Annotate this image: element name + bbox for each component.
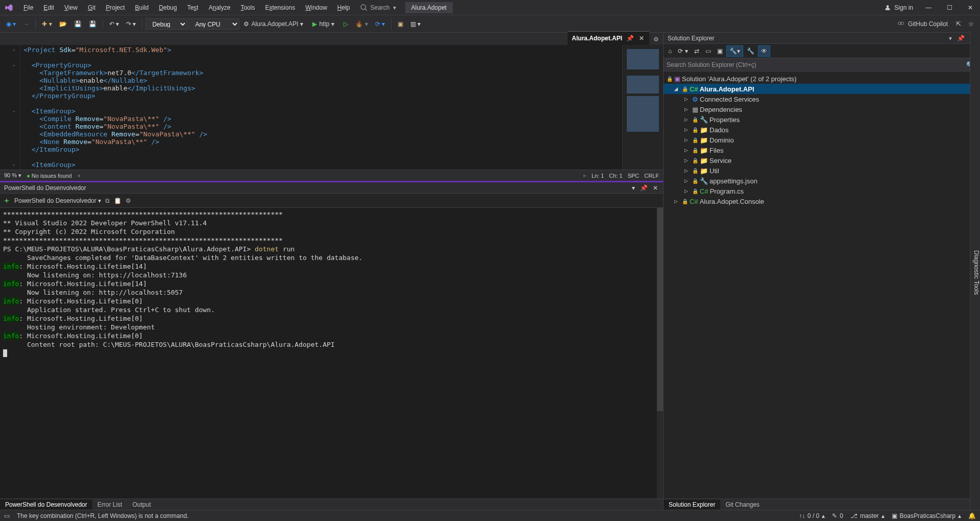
menu-project[interactable]: Project	[101, 1, 130, 14]
menu-edit[interactable]: Edit	[38, 1, 59, 14]
undo-button[interactable]: ↶ ▾	[106, 18, 122, 30]
zoom-combo[interactable]: 90 % ▾	[4, 172, 21, 179]
scrollbar-thumb[interactable]	[657, 208, 663, 411]
nav-fwd-button[interactable]: →	[20, 18, 32, 30]
line-ending[interactable]: CRLF	[644, 173, 659, 179]
home-icon[interactable]: ⌂	[666, 46, 674, 56]
notifications-icon[interactable]: 🔔	[968, 512, 976, 519]
tab-options-icon[interactable]: ⚙	[649, 34, 663, 45]
side-rail-diagnostic[interactable]: Diagnostic Tools	[970, 31, 980, 510]
tree-folder-dominio[interactable]: ▷🔒📁Dominio	[664, 135, 980, 145]
git-updown[interactable]: ↑↓ 0 / 0 ▴	[799, 512, 825, 519]
tool-b-button[interactable]: ▥ ▾	[407, 18, 424, 30]
copy-icon[interactable]: ⧉	[105, 197, 110, 204]
share-button[interactable]: ⇱	[953, 18, 964, 30]
tree-folder-util[interactable]: ▷🔒📁Util	[664, 165, 980, 176]
minimap[interactable]	[622, 45, 663, 170]
settings-icon[interactable]: ⚙	[126, 197, 131, 204]
tree-program-cs[interactable]: ▷🔒C#Program.cs	[664, 186, 980, 196]
menu-view[interactable]: View	[59, 1, 83, 14]
close-button[interactable]: ✕	[965, 1, 976, 14]
collapse-icon[interactable]: ▭	[703, 46, 714, 56]
start-debug-button[interactable]: ▶ http ▾	[307, 19, 339, 29]
menu-tools[interactable]: Tools	[235, 1, 260, 14]
menu-extensions[interactable]: Extensions	[260, 1, 300, 14]
open-button[interactable]: 📂	[56, 18, 70, 30]
add-terminal-button[interactable]: ＋	[3, 196, 10, 205]
tree-connected-services[interactable]: ▷⚙Connected Services	[664, 94, 980, 104]
tab-error-list[interactable]: Error List	[92, 500, 128, 510]
indent-mode[interactable]: SPC	[628, 173, 640, 179]
close-icon[interactable]: ✕	[652, 183, 659, 193]
save-all-button[interactable]: 💾	[86, 18, 100, 30]
ln-col[interactable]: Ln: 1	[592, 173, 604, 179]
refresh-button[interactable]: ⟳ ▾	[372, 18, 388, 30]
solution-search[interactable]: Search Solution Explorer (Ctrl+ç) 🔍▾	[664, 58, 980, 72]
tab-output[interactable]: Output	[127, 500, 156, 510]
code-editor[interactable]: <Project Sdk="Microsoft.NET.Sdk.Web"> <P…	[20, 45, 622, 170]
sync-icon[interactable]: ⇄	[692, 46, 702, 56]
menu-git[interactable]: Git	[83, 1, 101, 14]
output-icon[interactable]: ▭	[4, 512, 10, 519]
pin-icon[interactable]: 📌	[956, 34, 966, 43]
tool-a-button[interactable]: ▣	[395, 18, 406, 30]
git-repo[interactable]: ▣ BoasPraticasCsharp ▴	[892, 512, 961, 519]
properties-icon[interactable]: 🔧	[744, 46, 757, 56]
menu-window[interactable]: Window	[300, 1, 332, 14]
editor-tab[interactable]: Alura.Adopet.API 📌 ✕	[568, 31, 649, 45]
maximize-button[interactable]: ☐	[944, 1, 955, 14]
terminal-title: PowerShell do Desenvolvedor ▾ 📌 ✕	[0, 182, 663, 194]
global-search[interactable]: Search ▾	[355, 3, 401, 12]
feedback-button[interactable]: ☆	[965, 18, 977, 30]
save-button[interactable]: 💾	[71, 18, 85, 30]
tree-solution[interactable]: 🔒▣ Solution 'Alura.Adopet' (2 of 2 proje…	[664, 74, 980, 84]
dropdown-icon[interactable]: ▾	[948, 34, 953, 43]
tree-appsettings[interactable]: ▷🔒🔧appsettings.json	[664, 176, 980, 186]
terminal-output[interactable]: ****************************************…	[0, 208, 663, 499]
menu-help[interactable]: Help	[332, 1, 355, 14]
copilot-button[interactable]: GitHub Copilot	[897, 20, 948, 28]
pin-icon[interactable]: 📌	[625, 34, 635, 43]
pin-icon[interactable]: 📌	[639, 183, 649, 193]
config-combo[interactable]: Debug	[145, 18, 187, 30]
no-issues[interactable]: ● No issues found	[27, 173, 72, 179]
platform-combo[interactable]: Any CPU	[188, 18, 239, 30]
git-branch[interactable]: ⎇ master ▴	[850, 512, 885, 519]
signin-button[interactable]: Sign in	[884, 4, 913, 11]
showall-icon[interactable]: ▣	[715, 46, 725, 56]
menu-analyze[interactable]: Analyze	[204, 1, 236, 14]
tree-project-api[interactable]: ◢🔒C# Alura.Adopet.API	[664, 84, 980, 94]
git-pending[interactable]: ✎ 0	[832, 512, 843, 519]
tree-folder-dados[interactable]: ▷🔒📁Dados	[664, 125, 980, 135]
menu-build[interactable]: Build	[130, 1, 154, 14]
startup-project[interactable]: ⚙ Alura.Adopet.API ▾	[240, 20, 306, 28]
close-icon[interactable]: ✕	[638, 34, 645, 43]
dropdown-icon[interactable]: ▾	[631, 183, 636, 193]
filter-icon[interactable]: 🔧▾	[726, 45, 743, 57]
tree-dependencies[interactable]: ▷▦Dependencies	[664, 104, 980, 114]
start-without-debug-button[interactable]: ▷	[340, 18, 351, 30]
gear-icon: ⚙	[243, 20, 249, 28]
tab-powershell[interactable]: PowerShell do Desenvolvedor	[0, 500, 92, 510]
new-item-button[interactable]: ✚ ▾	[39, 18, 55, 30]
paste-icon[interactable]: 📋	[114, 197, 121, 204]
ch-col[interactable]: Ch: 1	[609, 173, 622, 179]
menu-debug[interactable]: Debug	[154, 1, 182, 14]
nav-back-button[interactable]: ◉ ▾	[3, 18, 19, 30]
chevron-down-icon: ▾	[393, 4, 396, 11]
terminal-session-name[interactable]: PowerShell do Desenvolvedor ▾	[14, 197, 101, 204]
minimize-button[interactable]: —	[922, 1, 935, 14]
tab-solution-explorer[interactable]: Solution Explorer	[664, 500, 720, 510]
hot-reload-button[interactable]: 🔥 ▾	[352, 18, 371, 30]
menu-test[interactable]: Test	[182, 1, 204, 14]
refresh-icon[interactable]: ⟳ ▾	[675, 46, 690, 56]
preview-icon[interactable]: 👁	[758, 45, 770, 57]
tree-folder-files[interactable]: ▷🔒📁Files	[664, 145, 980, 155]
redo-button[interactable]: ↷ ▾	[123, 18, 139, 30]
solution-title[interactable]: Alura.Adopet	[405, 2, 453, 13]
tree-project-console[interactable]: ▷🔒C#Alura.Adopet.Console	[664, 196, 980, 206]
menu-file[interactable]: File	[18, 1, 38, 14]
tree-properties[interactable]: ▷🔒🔧Properties	[664, 114, 980, 125]
tab-git-changes[interactable]: Git Changes	[720, 500, 765, 510]
tree-folder-service[interactable]: ▷🔒📁Service	[664, 155, 980, 165]
